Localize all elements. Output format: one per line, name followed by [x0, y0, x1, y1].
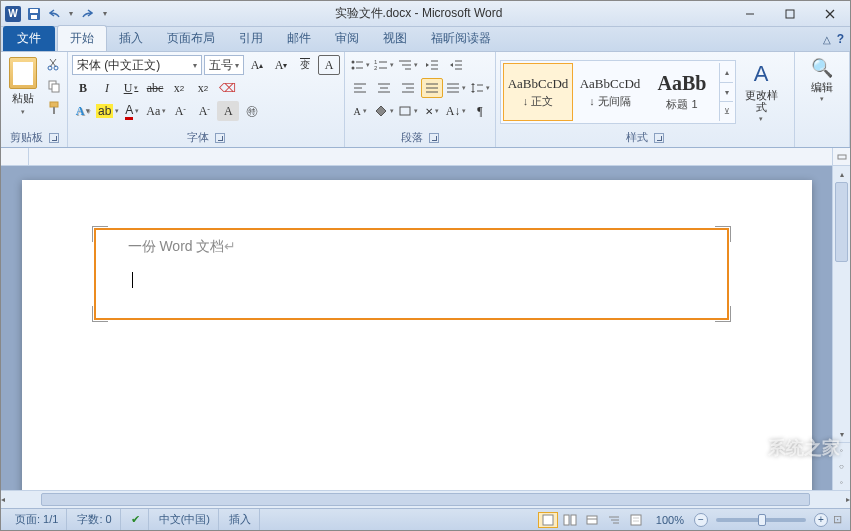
zoom-in[interactable]: + — [814, 513, 828, 527]
font-launcher[interactable] — [215, 133, 225, 143]
status-mode[interactable]: 插入 — [221, 509, 260, 530]
format-painter-button[interactable] — [45, 99, 63, 117]
qat-redo[interactable] — [77, 5, 95, 23]
select-browse[interactable]: ○ — [833, 458, 850, 474]
sort-button[interactable]: ✕ — [421, 101, 443, 121]
clear-formatting-button[interactable]: ⌫ — [216, 78, 238, 98]
zoom-thumb[interactable] — [758, 514, 766, 526]
multilevel-list-button[interactable] — [397, 55, 419, 75]
document-scroll[interactable]: 一份 Word 文档↵ — [1, 166, 832, 490]
shading-button[interactable] — [373, 101, 395, 121]
style-normal[interactable]: AaBbCcDd ↓ 正文 — [503, 63, 573, 121]
maximize-button[interactable] — [770, 2, 810, 26]
minimize-button[interactable] — [730, 2, 770, 26]
increase-indent-button[interactable] — [445, 55, 467, 75]
view-web-layout[interactable] — [582, 512, 602, 528]
tab-file[interactable]: 文件 — [3, 26, 55, 51]
show-hide-marks-button[interactable]: ¶ — [469, 101, 491, 121]
asian-typography-button[interactable]: A↓ — [445, 101, 467, 121]
asian-layout-button[interactable]: A — [349, 101, 371, 121]
highlight-button[interactable]: ab — [96, 101, 119, 121]
style-no-spacing[interactable]: AaBbCcDd ↓ 无间隔 — [575, 63, 645, 121]
zoom-level[interactable]: 100% — [648, 514, 692, 526]
prev-page[interactable]: ◦ — [833, 442, 850, 458]
gallery-up[interactable]: ▴ — [720, 63, 733, 83]
document-text[interactable]: 一份 Word 文档↵ — [128, 238, 695, 256]
hscroll-left[interactable]: ◂ — [1, 491, 5, 507]
styles-launcher[interactable] — [654, 133, 664, 143]
font-color-button[interactable]: A — [121, 101, 143, 121]
font-size-combo[interactable]: 五号▾ — [204, 55, 244, 75]
tab-page-layout[interactable]: 页面布局 — [155, 26, 227, 51]
qat-undo-more[interactable]: ▾ — [69, 9, 73, 18]
italic-button[interactable]: I — [96, 78, 118, 98]
page[interactable]: 一份 Word 文档↵ — [22, 180, 812, 490]
close-button[interactable] — [810, 2, 850, 26]
vertical-scrollbar[interactable]: ▴ ▾ ◦ ○ ◦ — [832, 166, 850, 490]
paragraph-launcher[interactable] — [429, 133, 439, 143]
shrink-font-button[interactable]: A▾ — [270, 55, 292, 75]
tab-references[interactable]: 引用 — [227, 26, 275, 51]
gallery-down[interactable]: ▾ — [720, 83, 733, 103]
align-left-button[interactable] — [349, 78, 371, 98]
text-box[interactable]: 一份 Word 文档↵ — [94, 228, 729, 320]
zoom-slider[interactable] — [716, 518, 806, 522]
copy-button[interactable] — [45, 77, 63, 95]
view-print-layout[interactable] — [538, 512, 558, 528]
tab-view[interactable]: 视图 — [371, 26, 419, 51]
gallery-more[interactable]: ⊻ — [720, 102, 733, 121]
view-outline[interactable] — [604, 512, 624, 528]
view-fullscreen-reading[interactable] — [560, 512, 580, 528]
change-styles-button[interactable]: A 更改样式 ▾ — [738, 59, 784, 125]
tab-mailings[interactable]: 邮件 — [275, 26, 323, 51]
ruler-toggle[interactable] — [832, 148, 850, 165]
tab-insert[interactable]: 插入 — [107, 26, 155, 51]
font-name-combo[interactable]: 宋体 (中文正文)▾ — [72, 55, 202, 75]
subscript-button[interactable]: x2 — [168, 78, 190, 98]
line-spacing-button[interactable] — [469, 78, 491, 98]
borders-button[interactable] — [397, 101, 419, 121]
view-draft[interactable] — [626, 512, 646, 528]
enclose-characters-button[interactable]: ㊕ — [241, 101, 263, 121]
shrink-font-2[interactable]: Aˇ — [193, 101, 215, 121]
qat-save[interactable] — [25, 5, 43, 23]
zoom-out[interactable]: − — [694, 513, 708, 527]
decrease-indent-button[interactable] — [421, 55, 443, 75]
phonetic-guide-button[interactable]: 变 — [294, 55, 316, 75]
numbering-button[interactable]: 12 — [373, 55, 395, 75]
bold-button[interactable]: B — [72, 78, 94, 98]
underline-button[interactable]: U — [120, 78, 142, 98]
next-page[interactable]: ◦ — [833, 474, 850, 490]
minimize-ribbon-icon[interactable]: △ — [823, 34, 831, 45]
justify-button[interactable] — [421, 78, 443, 98]
align-center-button[interactable] — [373, 78, 395, 98]
bullets-button[interactable] — [349, 55, 371, 75]
text-effects-button[interactable]: A — [72, 101, 94, 121]
tab-foxit[interactable]: 福昕阅读器 — [419, 26, 503, 51]
character-border-button[interactable]: A — [318, 55, 340, 75]
zoom-fit[interactable]: ⊡ — [830, 513, 844, 526]
help-icon[interactable]: ? — [837, 32, 844, 46]
hscroll-thumb[interactable] — [41, 493, 810, 506]
scroll-down[interactable]: ▾ — [833, 426, 850, 442]
change-case-button[interactable]: Aa — [145, 101, 167, 121]
vscroll-thumb[interactable] — [835, 182, 848, 262]
tab-review[interactable]: 审阅 — [323, 26, 371, 51]
paste-button[interactable]: 粘贴 ▾ — [5, 55, 41, 118]
status-words[interactable]: 字数: 0 — [69, 509, 120, 530]
status-language[interactable]: 中文(中国) — [151, 509, 219, 530]
strikethrough-button[interactable]: abc — [144, 78, 166, 98]
character-shading-button[interactable]: A — [217, 101, 239, 121]
horizontal-scrollbar[interactable]: ◂ ▸ — [1, 490, 850, 508]
tab-home[interactable]: 开始 — [57, 25, 107, 51]
scroll-up[interactable]: ▴ — [833, 166, 850, 182]
cut-button[interactable] — [45, 55, 63, 73]
status-proof[interactable]: ✔ — [123, 509, 149, 530]
grow-font-button[interactable]: A▴ — [246, 55, 268, 75]
distributed-button[interactable] — [445, 78, 467, 98]
qat-undo[interactable] — [47, 5, 65, 23]
align-right-button[interactable] — [397, 78, 419, 98]
status-page[interactable]: 页面: 1/1 — [7, 509, 67, 530]
superscript-button[interactable]: x2 — [192, 78, 214, 98]
hscroll-right[interactable]: ▸ — [846, 491, 850, 507]
